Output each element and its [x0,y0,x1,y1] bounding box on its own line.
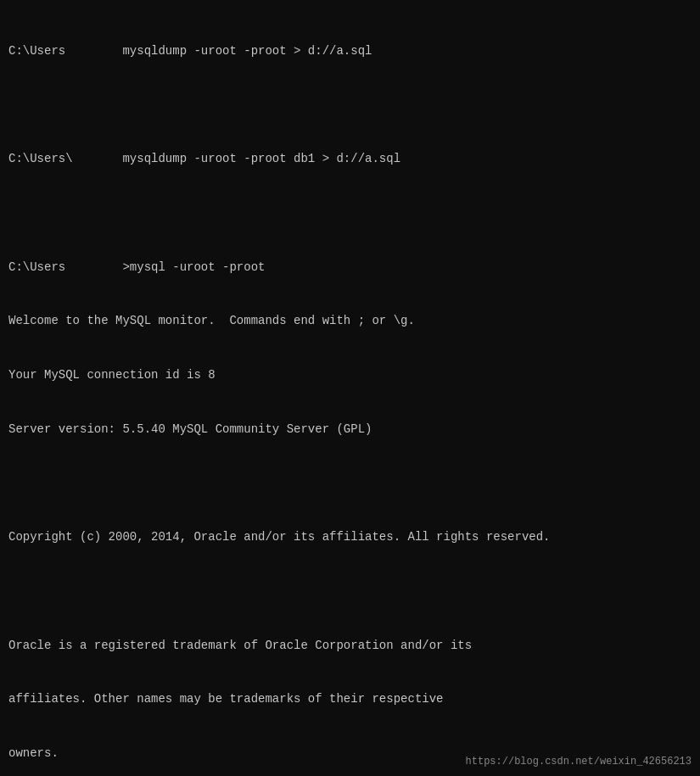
terminal-output: C:\Users mysqldump -uroot -proot > d://a… [8,7,692,776]
server-version-line: Server version: 5.5.40 MySQL Community S… [8,421,692,439]
blank-1 [8,97,692,115]
cmd-line-1: C:\Users mysqldump -uroot -proot > d://a… [8,42,692,61]
connection-id-line: Your MySQL connection id is 8 [8,366,692,385]
blank-2 [8,204,692,223]
welcome-line: Welcome to the MySQL monitor. Commands e… [8,312,692,331]
copyright-line: Copyright (c) 2000, 2014, Oracle and/or … [8,528,692,547]
cmd-line-3: C:\Users >mysql -uroot -proot [8,259,692,277]
blank-3 [8,475,692,494]
oracle-trademark-1: Oracle is a registered trademark of Orac… [8,637,692,656]
oracle-trademark-2: affiliates. Other names may be trademark… [8,690,692,709]
cmd-line-2: C:\Users\ mysqldump -uroot -proot db1 > … [8,150,692,169]
blank-4 [8,583,692,601]
watermark: https://blog.csdn.net/weixin_42656213 [466,754,692,769]
